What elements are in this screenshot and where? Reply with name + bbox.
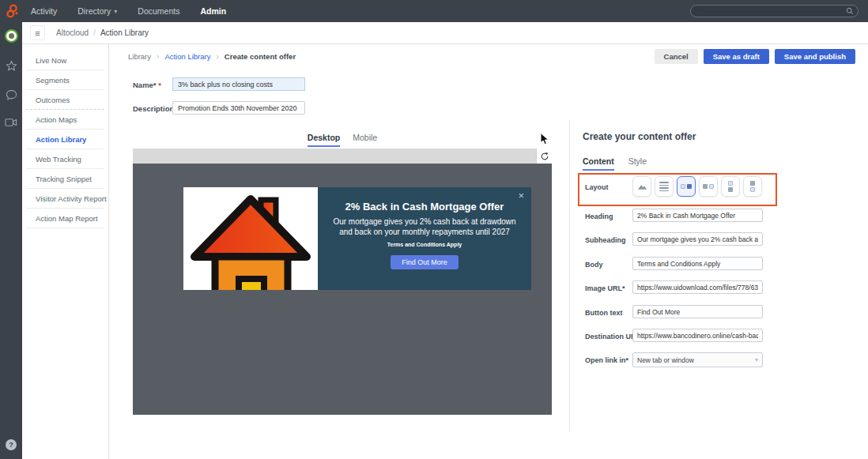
global-search-input[interactable] bbox=[691, 7, 846, 15]
name-input[interactable] bbox=[172, 77, 305, 91]
breadcrumb-action-library[interactable]: Action Library bbox=[164, 52, 210, 61]
offer-heading: 2% Back in Cash Mortgage Offer bbox=[326, 201, 523, 213]
offer-body-text: Terms and Conditions Apply bbox=[318, 242, 531, 247]
breadcrumb-separator: / bbox=[93, 28, 96, 37]
image-url-label: Image URL* bbox=[585, 284, 625, 292]
layout-image-only-button[interactable] bbox=[632, 176, 651, 197]
required-asterisk: * bbox=[158, 81, 161, 89]
favorites-star-icon[interactable] bbox=[6, 60, 17, 72]
cancel-button[interactable]: Cancel bbox=[655, 49, 698, 64]
layout-text-only-button[interactable] bbox=[655, 176, 674, 197]
layout-image-top-text-bottom-button[interactable] bbox=[721, 176, 740, 197]
tab-mobile[interactable]: Mobile bbox=[353, 133, 377, 147]
content-offer-banner: × 2% Back in Cash Mortgage Offer Our mor… bbox=[183, 187, 531, 290]
layout-text-top-image-bottom-button[interactable] bbox=[743, 176, 762, 197]
name-label: Name* * bbox=[133, 81, 161, 89]
layout-text-left-image-right-button[interactable] bbox=[699, 176, 718, 197]
text-square-icon bbox=[687, 184, 692, 189]
offer-image-panel bbox=[183, 187, 318, 290]
destination-url-input[interactable] bbox=[632, 329, 763, 342]
chevron-down-icon: ▾ bbox=[114, 8, 117, 15]
global-search bbox=[690, 5, 859, 17]
description-label: Description bbox=[133, 104, 174, 113]
main-content: Library › Action Library › Create conten… bbox=[109, 44, 868, 459]
chevron-down-icon: ▾ bbox=[755, 356, 758, 363]
nav-item-admin[interactable]: Admin bbox=[200, 6, 226, 16]
nav-item-directory[interactable]: Directory ▾ bbox=[77, 6, 117, 16]
open-link-in-label: Open link in* bbox=[585, 356, 628, 364]
text-square-icon bbox=[703, 184, 708, 189]
sidebar: Live Now Segments Outcomes Action Maps A… bbox=[22, 44, 109, 459]
heading-input[interactable] bbox=[632, 209, 763, 222]
image-square-icon bbox=[709, 184, 714, 189]
app-breadcrumb-product[interactable]: Altocloud bbox=[56, 28, 89, 37]
button-text-input[interactable] bbox=[632, 305, 763, 318]
close-icon[interactable]: × bbox=[518, 190, 524, 201]
description-input[interactable] bbox=[172, 101, 305, 115]
search-icon bbox=[846, 7, 854, 15]
breadcrumb: Library › Action Library › Create conten… bbox=[128, 52, 296, 61]
image-square-icon bbox=[750, 187, 755, 192]
subheading-input[interactable] bbox=[632, 232, 763, 246]
offer-text-panel: × 2% Back in Cash Mortgage Offer Our mor… bbox=[318, 187, 531, 290]
left-rail: ? bbox=[0, 22, 22, 459]
panel-divider bbox=[569, 120, 570, 431]
chat-bubble-icon[interactable] bbox=[6, 89, 17, 100]
help-icon[interactable]: ? bbox=[6, 439, 17, 450]
sidebar-item-web-tracking[interactable]: Web Tracking bbox=[26, 149, 104, 169]
name-label-text: Name* bbox=[133, 81, 157, 89]
app-bar: ≡ Altocloud / Action Library bbox=[22, 22, 868, 44]
button-text-label: Button text bbox=[585, 309, 623, 317]
layout-image-left-text-right-button[interactable] bbox=[677, 176, 696, 197]
subheading-label: Subheading bbox=[585, 236, 626, 244]
sidebar-item-segments[interactable]: Segments bbox=[26, 70, 104, 90]
page-actions: Cancel Save as draft Save and publish bbox=[655, 49, 855, 64]
top-nav: Activity Directory ▾ Documents Admin bbox=[0, 0, 868, 22]
open-link-in-select[interactable]: New tab or window ▾ bbox=[632, 352, 763, 367]
text-square-icon bbox=[728, 187, 733, 192]
save-and-publish-button[interactable]: Save and publish bbox=[775, 49, 855, 64]
preview-tabs: Desktop Mobile bbox=[292, 133, 392, 147]
nav-item-documents[interactable]: Documents bbox=[138, 6, 179, 16]
image-url-input[interactable] bbox=[632, 280, 763, 294]
genesys-logo-icon[interactable] bbox=[6, 3, 20, 19]
layout-options bbox=[632, 176, 762, 197]
hamburger-menu-icon[interactable]: ≡ bbox=[30, 25, 45, 40]
refresh-icon bbox=[540, 152, 549, 161]
tab-desktop[interactable]: Desktop bbox=[308, 133, 340, 147]
offer-cta-button[interactable]: Find Out More bbox=[391, 255, 459, 269]
sidebar-item-outcomes[interactable]: Outcomes bbox=[26, 90, 104, 110]
tab-style[interactable]: Style bbox=[628, 156, 647, 171]
save-as-draft-button[interactable]: Save as draft bbox=[704, 49, 769, 64]
sidebar-item-action-map-report[interactable]: Action Map Report bbox=[26, 209, 104, 228]
video-camera-icon[interactable] bbox=[5, 118, 17, 127]
sidebar-item-visitor-activity-report[interactable]: Visitor Activity Report bbox=[26, 189, 104, 209]
heading-label: Heading bbox=[585, 213, 613, 220]
breadcrumb-library[interactable]: Library bbox=[128, 52, 151, 61]
offer-subheading: Our mortgage gives you 2% cash back at d… bbox=[329, 217, 520, 237]
nav-item-activity[interactable]: Activity bbox=[31, 6, 57, 16]
image-square-icon bbox=[728, 181, 733, 186]
refresh-button[interactable] bbox=[536, 149, 552, 164]
nav-item-directory-label: Directory bbox=[77, 6, 111, 16]
open-link-in-value: New tab or window bbox=[637, 356, 694, 364]
avatar[interactable] bbox=[5, 29, 18, 43]
house-image bbox=[183, 187, 318, 290]
tab-content[interactable]: Content bbox=[583, 156, 614, 171]
app-breadcrumb-section: Action Library bbox=[100, 28, 149, 37]
sidebar-item-live-now[interactable]: Live Now bbox=[26, 51, 104, 70]
breadcrumb-current: Create content offer bbox=[225, 52, 296, 61]
app-breadcrumb: Altocloud / Action Library bbox=[56, 28, 149, 37]
sidebar-item-action-maps[interactable]: Action Maps bbox=[26, 110, 104, 130]
body-label: Body bbox=[585, 261, 603, 269]
text-lines-icon bbox=[659, 182, 669, 191]
sidebar-item-action-library[interactable]: Action Library bbox=[26, 130, 104, 149]
editor-tabs: Content Style bbox=[583, 156, 647, 171]
preview-browser-bar bbox=[133, 149, 552, 164]
body-input[interactable] bbox=[632, 257, 763, 270]
editor-title: Create your content offer bbox=[583, 131, 696, 142]
layout-label: Layout bbox=[585, 183, 609, 191]
offer-preview-frame: × 2% Back in Cash Mortgage Offer Our mor… bbox=[133, 149, 552, 415]
sidebar-item-tracking-snippet[interactable]: Tracking Snippet bbox=[26, 169, 104, 189]
image-square-icon bbox=[681, 184, 685, 189]
